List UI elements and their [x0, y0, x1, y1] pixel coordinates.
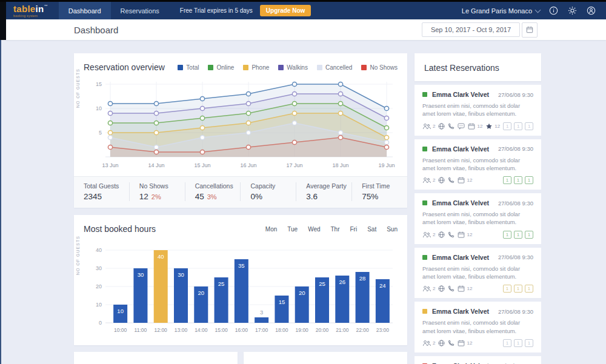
day-tab-tue[interactable]: Tue [287, 226, 298, 233]
trademark-symbol: ™ [44, 4, 47, 8]
svg-text:10: 10 [96, 105, 102, 111]
guest-name: Emma Clark Velvet [432, 308, 498, 315]
table-button[interactable]: 1 [525, 285, 533, 293]
globe-icon [438, 285, 445, 292]
day-tab-fri[interactable]: Fri [350, 226, 358, 233]
svg-text:21:00: 21:00 [336, 327, 349, 333]
svg-text:22:00: 22:00 [356, 327, 369, 333]
day-tab-sat[interactable]: Sat [367, 226, 376, 233]
table-button[interactable]: 1 [514, 231, 522, 239]
icon-count: 2 [433, 340, 435, 346]
table-buttons: 111 [503, 285, 533, 293]
icon-count: 2 [433, 177, 435, 183]
stat-value: 12 [139, 192, 148, 201]
status-badge [422, 147, 427, 151]
account-dropdown[interactable]: Le Grand Paris Monaco [462, 7, 540, 15]
reservation-datetime: 27/06/08 9:30 [498, 91, 533, 98]
table-button[interactable]: 1 [503, 122, 511, 130]
nav-tab-reservations[interactable]: Reservations [111, 2, 169, 19]
reservation-card[interactable]: Emma Clark Velvet27/06/08 9:30Praesent e… [415, 193, 541, 244]
table-button[interactable]: 1 [514, 339, 522, 347]
phone-icon [448, 231, 454, 238]
table-button[interactable]: 1 [514, 176, 522, 184]
svg-text:15:00: 15:00 [215, 327, 228, 333]
legend-item-no-shows[interactable]: No Shows [361, 64, 398, 71]
bottom-cards-row [74, 352, 407, 364]
legend-item-online[interactable]: Online [208, 64, 234, 71]
legend-swatch [178, 65, 183, 70]
stat-label: Capacity [250, 182, 296, 190]
status-badge [422, 309, 427, 314]
guests-icon [422, 123, 431, 130]
table-button[interactable]: 1 [514, 285, 522, 293]
day-tab-thr[interactable]: Thr [331, 226, 340, 233]
table-button[interactable]: 1 [525, 176, 533, 184]
stat-value: 75% [362, 192, 378, 201]
legend-swatch [243, 65, 248, 70]
tablein-logo[interactable]: tablein™ booking system [6, 4, 59, 18]
svg-text:11:00: 11:00 [135, 327, 147, 333]
guests-icon [422, 285, 431, 292]
svg-text:19:00: 19:00 [296, 327, 309, 333]
globe-icon [438, 340, 445, 346]
calendar-icon[interactable] [522, 22, 538, 38]
icon-count: 12 [467, 232, 472, 237]
table-button[interactable]: 1 [525, 122, 533, 130]
table-button[interactable]: 1 [503, 231, 511, 239]
table-button[interactable]: 1 [503, 176, 511, 184]
svg-text:18 Jun: 18 Jun [332, 162, 348, 168]
svg-text:30: 30 [178, 271, 184, 278]
account-name: Le Grand Paris Monaco [462, 7, 532, 15]
day-tab-wed[interactable]: Wed [308, 226, 320, 233]
stat-extra: 3% [207, 193, 217, 200]
icon-count: 2 [433, 124, 435, 129]
reservation-card[interactable]: Emma Clark Velvet27/06/08 9:30Praesent e… [415, 248, 541, 299]
legend-item-phone[interactable]: Phone [243, 64, 269, 71]
table-button[interactable]: 1 [503, 339, 511, 347]
top-navbar: tablein™ booking system DashboardReserva… [6, 2, 606, 19]
svg-text:15: 15 [96, 81, 102, 87]
svg-text:12:00: 12:00 [155, 327, 168, 333]
day-tab-mon[interactable]: Mon [265, 226, 277, 233]
stat-no-shows: No Shows122% [129, 182, 185, 201]
reservation-note: Praesent enim nisi, commodo sit dolar am… [422, 156, 533, 173]
reservation-note: Praesent enim nisi, commodo sit dolar am… [422, 102, 533, 118]
legend-item-cancelled[interactable]: Cancelled [317, 64, 352, 71]
table-buttons: 111 [503, 176, 533, 184]
upgrade-now-button[interactable]: Upgrade Now [260, 5, 311, 16]
svg-text:18:00: 18:00 [275, 327, 288, 333]
phone-icon [448, 123, 454, 130]
table-button[interactable]: 1 [525, 231, 533, 239]
day-tabs: MonTueWedThrFriSatSun [265, 226, 398, 233]
day-tab-sun[interactable]: Sun [387, 226, 398, 233]
stat-values: 0% [250, 192, 296, 201]
icon-count: 12 [477, 124, 482, 129]
gear-icon[interactable] [567, 5, 578, 16]
info-icon[interactable] [548, 5, 559, 16]
user-icon[interactable] [586, 5, 596, 16]
reservation-datetime: 27/06/08 9:30 [498, 308, 533, 315]
legend-item-walkins[interactable]: Walkins [278, 64, 308, 71]
latest-reservations-panel: Latest Reservations Emma Clark Velvet27/… [415, 53, 541, 364]
table-button[interactable]: 1 [514, 122, 522, 130]
svg-text:14 Jun: 14 Jun [148, 162, 164, 168]
legend-item-total[interactable]: Total [178, 64, 199, 71]
table-button[interactable]: 1 [525, 339, 533, 347]
reservation-card[interactable]: Emma Clark Velvet27/06/08 9:30Praesent e… [415, 356, 541, 364]
table-buttons: 111 [503, 231, 533, 239]
calendar-icon [458, 340, 465, 346]
svg-text:17:00: 17:00 [255, 327, 268, 333]
bottom-card-left [74, 352, 238, 364]
globe-icon [438, 231, 445, 238]
reservation-card[interactable]: Emma Clark Velvet27/06/08 9:30Praesent e… [415, 85, 541, 136]
reservation-card[interactable]: Emma Clark Velvet27/06/08 9:30Praesent e… [415, 302, 541, 352]
page-header: Dashboard Sep 10, 2017 - Oct 9, 2017 [6, 19, 606, 40]
icon-count: 12 [467, 286, 472, 291]
date-range-picker[interactable]: Sep 10, 2017 - Oct 9, 2017 [422, 22, 520, 37]
reservation-card[interactable]: Emma Clark Velvet27/06/08 9:30Praesent e… [415, 139, 541, 190]
most-booked-hours-card: Most booked hours MonTueWedThrFriSatSun … [74, 215, 407, 345]
calendar-icon [468, 123, 475, 130]
nav-tab-dashboard[interactable]: Dashboard [59, 2, 111, 19]
table-button[interactable]: 1 [503, 285, 511, 293]
legend-label: Phone [251, 64, 269, 71]
